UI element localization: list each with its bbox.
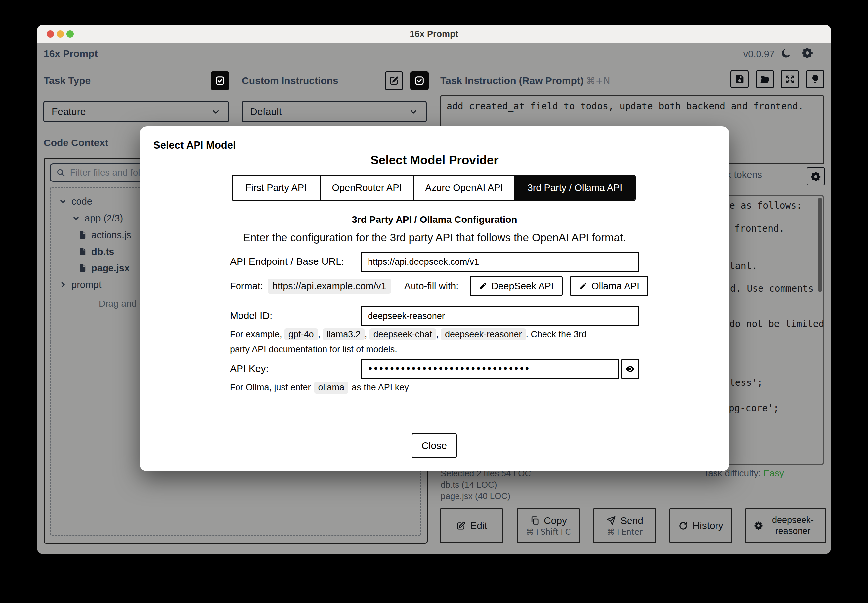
tree-item-code[interactable]: code — [58, 195, 92, 207]
tab-3rd-party-ollama-api[interactable]: 3rd Party / Ollama API — [514, 176, 635, 200]
send-button-label: Send — [620, 515, 643, 526]
send-shortcut: ⌘+Enter — [607, 527, 643, 537]
task-type-select[interactable]: Feature — [43, 101, 229, 122]
check-square-icon — [214, 75, 226, 86]
send-icon — [606, 515, 616, 526]
task-type-value: Feature — [51, 106, 86, 118]
dialog-title: Select API Model — [153, 139, 236, 152]
format-label: Format: — [230, 281, 263, 292]
api-key-label: API Key: — [230, 363, 268, 374]
screen: 16x Prompt 16x Prompt v0.0.97 Task Type … — [0, 0, 868, 603]
chevron-right-icon — [58, 280, 67, 289]
output-scrollbar[interactable] — [818, 198, 822, 292]
custom-instructions-enabled-checkbox[interactable] — [410, 71, 429, 90]
example-chip: deepseek-chat — [369, 328, 436, 340]
save-floppy-icon — [734, 74, 745, 85]
code-context-label: Code Context — [44, 137, 108, 148]
check-square-icon — [414, 75, 425, 86]
lightbulb-icon — [810, 74, 821, 85]
history-button[interactable]: History — [669, 509, 732, 543]
model-id-input[interactable] — [361, 306, 639, 326]
api-key-input[interactable] — [361, 359, 619, 379]
task-type-label: Task Type — [44, 75, 91, 86]
task-instruction-label-text: Task Instruction (Raw Prompt) — [440, 75, 584, 86]
custom-instructions-select[interactable]: Default — [242, 101, 427, 122]
output-fragment: e as follows: — [729, 200, 802, 211]
config-section-description: Enter the configuration for the 3rd part… — [140, 231, 729, 244]
examples-prefix: For example, — [230, 329, 282, 339]
edit-button[interactable]: Edit — [440, 509, 503, 543]
edit-button-label: Edit — [470, 520, 487, 531]
chip-separator: , — [364, 329, 367, 339]
autofill-ollama-button[interactable]: Ollama API — [570, 276, 648, 296]
tree-item-prompt[interactable]: prompt — [58, 279, 101, 291]
tree-item-label: prompt — [71, 279, 101, 290]
chevron-down-icon — [409, 107, 418, 117]
task-difficulty-value[interactable]: Easy — [764, 468, 784, 479]
prompt-ideas-button[interactable] — [806, 70, 824, 88]
tab-first-party-api[interactable]: First Party API — [232, 176, 319, 200]
autofill-deepseek-button[interactable]: DeepSeek API — [470, 276, 563, 296]
tree-item-label: db.ts — [91, 246, 114, 257]
tree-item-db-ts[interactable]: db.ts — [78, 246, 114, 258]
chevron-down-icon — [211, 107, 221, 117]
custom-instructions-value: Default — [250, 106, 282, 118]
tab-openrouter-api[interactable]: OpenRouter API — [319, 176, 413, 200]
pencil-icon — [479, 282, 487, 290]
provider-heading: Select Model Provider — [140, 153, 729, 167]
edit-custom-instructions-button[interactable] — [385, 71, 403, 90]
gear-icon — [753, 521, 764, 530]
task-type-enabled-checkbox[interactable] — [211, 71, 229, 90]
file-icon — [78, 247, 87, 256]
tree-item-page-jsx[interactable]: page.jsx — [78, 262, 130, 274]
tree-item-actions-js[interactable]: actions.js — [78, 229, 131, 241]
copy-icon — [530, 515, 540, 526]
window-title: 16x Prompt — [37, 29, 831, 39]
pencil-icon — [579, 282, 587, 290]
send-button[interactable]: Send ⌘+Enter — [593, 509, 656, 543]
example-chip: deepseek-reasoner — [441, 328, 526, 340]
output-fragment: do not be limited — [729, 319, 824, 329]
custom-instructions-label: Custom Instructions — [242, 75, 338, 86]
tab-azure-openai-api[interactable]: Azure OpenAI API — [413, 176, 514, 200]
copy-button[interactable]: Copy ⌘+Shift+C — [517, 509, 580, 543]
output-fragment: d. Use comments — [730, 283, 814, 294]
dark-mode-moon-icon[interactable] — [780, 47, 792, 59]
edit-pencil-square-icon — [388, 75, 400, 86]
titlebar: 16x Prompt — [37, 25, 831, 43]
output-fragment: less'; — [729, 377, 763, 388]
folder-open-icon — [760, 74, 771, 85]
chip-separator: , — [436, 329, 439, 339]
tree-item-label: code — [71, 196, 92, 207]
expand-prompt-button[interactable] — [781, 70, 799, 88]
format-example: https://api.example.com/v1 — [268, 279, 391, 294]
save-prompt-button[interactable] — [730, 70, 749, 88]
output-fragment: pg-core'; — [729, 403, 779, 414]
history-icon — [678, 521, 688, 531]
gear-icon — [810, 171, 822, 182]
toggle-api-key-visibility-button[interactable] — [621, 359, 639, 379]
app-window: 16x Prompt 16x Prompt v0.0.97 Task Type … — [37, 25, 831, 554]
history-button-label: History — [692, 520, 723, 531]
close-dialog-button[interactable]: Close — [411, 433, 457, 458]
endpoint-input[interactable] — [361, 252, 639, 272]
chevron-down-icon — [71, 213, 81, 223]
tree-item-app[interactable]: app (2/3) — [71, 212, 123, 224]
token-settings-button[interactable] — [807, 167, 825, 186]
model-selector-label: deepseek-reasoner — [768, 515, 818, 537]
output-fragment: frontend. — [734, 223, 785, 234]
file-icon — [78, 230, 87, 240]
task-instruction-shortcut: ⌘+N — [586, 76, 610, 86]
load-prompt-button[interactable] — [756, 70, 774, 88]
model-selector-button[interactable]: deepseek-reasoner — [745, 509, 826, 543]
settings-gear-icon[interactable] — [801, 46, 814, 59]
copy-button-label: Copy — [544, 515, 567, 526]
search-icon — [56, 168, 65, 178]
version-label: v0.0.97 — [743, 49, 775, 60]
example-chip: llama3.2 — [323, 328, 364, 340]
chevron-down-icon — [58, 197, 67, 206]
selected-file-loc: db.ts (14 LOC) — [441, 480, 497, 490]
ollama-key-note: For Ollma, just enter ollama as the API … — [230, 382, 409, 394]
eye-icon — [625, 363, 636, 374]
endpoint-label: API Endpoint / Base URL: — [230, 256, 344, 267]
